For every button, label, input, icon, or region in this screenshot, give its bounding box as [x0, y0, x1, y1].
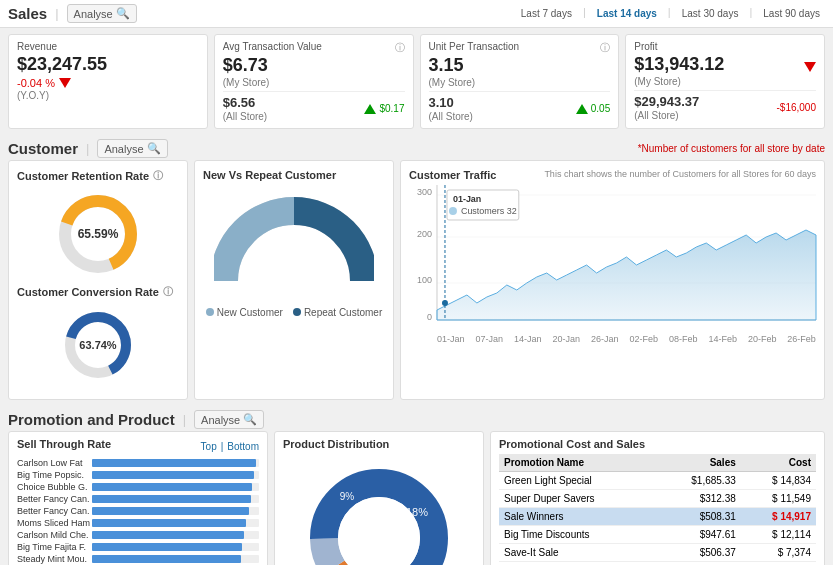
profit-all-label: (All Store): [634, 110, 699, 121]
avg-all-value: $6.56: [223, 95, 267, 110]
svg-text:0: 0: [427, 312, 432, 322]
promo-title: Promotion and Product: [8, 411, 175, 428]
sell-title: Sell Through Rate: [17, 438, 111, 450]
unit-value: 3.15: [429, 55, 611, 76]
unit-all-label: (All Store): [429, 111, 473, 122]
bar-row: Moms Sliced Ham: [17, 518, 259, 528]
bar-outer: [92, 555, 259, 563]
traffic-chart-wrapper: 300 200 100 0: [437, 185, 816, 344]
top-bottom-toggle[interactable]: Top | Bottom: [201, 441, 259, 452]
date-14d[interactable]: Last 14 days: [592, 6, 662, 21]
kpi-avg-transaction: Avg Transaction Value ⓘ $6.73 (My Store)…: [214, 34, 414, 129]
search-icon: 🔍: [116, 7, 130, 20]
promo-cost-title: Promotional Cost and Sales: [499, 438, 816, 450]
svg-text:200: 200: [417, 229, 432, 239]
profit-all-row: $29,943.37 (All Store) -$16,000: [634, 90, 816, 121]
sell-through-card: Sell Through Rate Top | Bottom Carlson L…: [8, 431, 268, 565]
product-dist-title: Product Distribution: [283, 438, 475, 450]
bar-label: Choice Bubble G.: [17, 482, 92, 492]
bar-row: Better Fancy Can.: [17, 494, 259, 504]
promo-cost: $ 12,114: [741, 526, 816, 544]
promo-sales: $508.31: [657, 508, 741, 526]
retention-value: 65.59%: [78, 227, 119, 241]
svg-text:9%: 9%: [340, 491, 355, 502]
bar-row: Big Time Fajita F.: [17, 542, 259, 552]
bar-label: Better Fancy Can.: [17, 506, 92, 516]
svg-point-20: [449, 207, 457, 215]
promo-cost-card: Promotional Cost and Sales Promotion Nam…: [490, 431, 825, 565]
profit-sub: (My Store): [634, 76, 724, 87]
down-arrow-icon: [59, 78, 71, 88]
traffic-header: Customer Traffic This chart shows the nu…: [409, 169, 816, 185]
revenue-change-row: -0.04 %: [17, 77, 199, 89]
profit-diff: -$16,000: [777, 102, 816, 113]
info-icon-2[interactable]: ⓘ: [600, 41, 610, 55]
bar-label: Carlson Mild Che.: [17, 530, 92, 540]
info-icon-3[interactable]: ⓘ: [153, 169, 163, 183]
unit-sub: (My Store): [429, 77, 611, 88]
retention-card: Customer Retention Rate ⓘ 65.59% Custome…: [8, 160, 188, 400]
promo-name: Double Your Savings: [499, 562, 657, 566]
date-filters: Last 7 days | Last 14 days | Last 30 day…: [516, 6, 825, 21]
unit-diff: 0.05: [591, 103, 610, 114]
sales-title: Sales: [8, 5, 47, 22]
product-dist-card: Product Distribution 73% 18% 9% Dri: [274, 431, 484, 565]
x-axis-labels: 01-Jan 07-Jan 14-Jan 20-Jan 26-Jan 02-Fe…: [437, 334, 816, 344]
bar-row: Carlson Low Fat: [17, 458, 259, 468]
promo-analyse-label: Analyse: [201, 414, 240, 426]
avg-diff: $0.17: [379, 103, 404, 114]
promo-cost: $ 11,549: [741, 490, 816, 508]
info-icon[interactable]: ⓘ: [395, 41, 405, 55]
promo-cost: $ 14,834: [741, 472, 816, 490]
top-label[interactable]: Top: [201, 441, 217, 452]
new-repeat-card: New Vs Repeat Customer 49% 51% New Custo…: [194, 160, 394, 400]
bar-label: Big Time Fajita F.: [17, 542, 92, 552]
bar-outer: [92, 507, 259, 515]
customer-title: Customer: [8, 140, 78, 157]
col-sales: Sales: [657, 454, 741, 472]
date-90d[interactable]: Last 90 days: [758, 6, 825, 21]
avg-all-row: $6.56 (All Store) $0.17: [223, 91, 405, 122]
down-arrow-icon-2: [804, 62, 816, 72]
unit-all-row: 3.10 (All Store) 0.05: [429, 91, 611, 122]
sales-analyse-button[interactable]: Analyse 🔍: [67, 4, 137, 23]
revenue-value: $23,247.55: [17, 54, 199, 75]
analyse-label: Analyse: [74, 8, 113, 20]
header-left: Sales | Analyse 🔍: [8, 4, 137, 23]
svg-text:49%: 49%: [253, 251, 279, 266]
bar-outer: [92, 495, 259, 503]
svg-text:Customers  32: Customers 32: [461, 206, 517, 216]
revenue-sub: (Y.O.Y): [17, 90, 199, 101]
customer-analyse-label: Analyse: [104, 143, 143, 155]
bar-inner: [92, 483, 252, 491]
customer-analyse-button[interactable]: Analyse 🔍: [97, 139, 167, 158]
svg-text:51%: 51%: [309, 251, 335, 266]
date-30d[interactable]: Last 30 days: [677, 6, 744, 21]
bar-label: Big Time Popsic.: [17, 470, 92, 480]
bar-inner: [92, 471, 254, 479]
traffic-title: Customer Traffic: [409, 169, 496, 181]
traffic-subtitle: This chart shows the number of Customers…: [544, 169, 816, 179]
retention-donut: 65.59%: [17, 189, 179, 279]
info-icon-4[interactable]: ⓘ: [163, 285, 173, 299]
bar-inner: [92, 519, 246, 527]
bottom-label[interactable]: Bottom: [227, 441, 259, 452]
search-icon-3: 🔍: [243, 413, 257, 426]
divider2: |: [86, 141, 89, 156]
profit-all-value: $29,943.37: [634, 94, 699, 109]
svg-text:18%: 18%: [406, 506, 428, 518]
customer-row: Customer Retention Rate ⓘ 65.59% Custome…: [0, 160, 833, 406]
bar-outer: [92, 531, 259, 539]
promo-analyse-button[interactable]: Analyse 🔍: [194, 410, 264, 429]
svg-marker-15: [437, 230, 816, 320]
traffic-card: Customer Traffic This chart shows the nu…: [400, 160, 825, 400]
new-repeat-legend: New Customer Repeat Customer: [203, 307, 385, 318]
bar-inner: [92, 543, 242, 551]
svg-text:300: 300: [417, 187, 432, 197]
profit-label: Profit: [634, 41, 657, 52]
promo-name: Big Time Discounts: [499, 526, 657, 544]
promo-row: Sell Through Rate Top | Bottom Carlson L…: [8, 431, 825, 565]
bar-inner: [92, 531, 244, 539]
date-7d[interactable]: Last 7 days: [516, 6, 577, 21]
bar-label: Steady Mint Mou.: [17, 554, 92, 564]
